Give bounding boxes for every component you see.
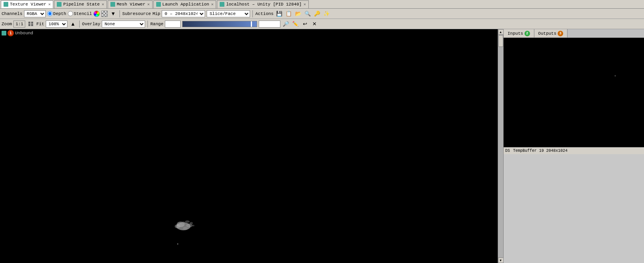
down-arrow-btn[interactable]: ▼ bbox=[109, 10, 117, 17]
tab-pipeline-state[interactable]: Pipeline State ✕ bbox=[54, 0, 106, 8]
undo-btn[interactable]: ↩ bbox=[301, 21, 309, 28]
star-btn[interactable]: ✨ bbox=[323, 10, 330, 17]
texture-viewport-wrapper: 1 Unbound • bbox=[0, 29, 503, 263]
texture-sprite bbox=[170, 215, 197, 239]
fit-label: Fit bbox=[36, 22, 44, 26]
slice-face-select[interactable]: Slice/Face bbox=[207, 10, 250, 17]
overlay-label: Overlay bbox=[82, 22, 100, 26]
mip-select[interactable]: 0 – 2048x1024 bbox=[162, 10, 205, 17]
tab-launch-application[interactable]: Launch Application ✕ bbox=[153, 0, 217, 8]
scrollbar-down-arrow[interactable]: ▼ bbox=[498, 257, 504, 263]
tab-pipeline-state-label: Pipeline State bbox=[63, 2, 99, 7]
separator3 bbox=[79, 21, 80, 28]
tab-launch-application-label: Launch Application bbox=[162, 2, 209, 7]
texture-view[interactable]: 1 Unbound • bbox=[0, 29, 498, 263]
texture-label-text: Unbound bbox=[15, 31, 33, 35]
tab-mesh-viewer-label: Mesh Viewer bbox=[117, 2, 146, 7]
search-btn[interactable]: 🔍 bbox=[304, 10, 312, 17]
sprite-dot: • bbox=[177, 242, 179, 246]
tab-texture-viewer-label: Texture Viewer bbox=[10, 2, 46, 7]
separator2 bbox=[252, 10, 253, 17]
subresource-label: Subresource bbox=[122, 11, 151, 16]
separator1 bbox=[119, 10, 120, 17]
tab-localhost-unity-icon bbox=[220, 2, 224, 7]
tab-mesh-viewer-close[interactable]: ✕ bbox=[147, 2, 150, 7]
stencil-radio-label[interactable]: Stencil bbox=[68, 11, 92, 16]
toolbar2: Zoom 1:1 Fit 108% 50% 100% 200% ▲ Overla… bbox=[0, 19, 644, 29]
tab-inputs[interactable]: Inputs 2 bbox=[504, 29, 534, 37]
tab-bar: Texture Viewer ✕ Pipeline State ✕ Mesh V… bbox=[0, 0, 644, 9]
depth-stencil-group: Depth Stencil bbox=[47, 11, 92, 16]
main-area: 1 Unbound • bbox=[0, 29, 644, 263]
tab-launch-application-close[interactable]: ✕ bbox=[211, 2, 213, 7]
step-badge-1: 1 bbox=[7, 30, 14, 36]
zoom-1to1-btn[interactable]: 1:1 bbox=[13, 21, 25, 28]
range-label: Range bbox=[150, 22, 163, 26]
tab-localhost-unity-close[interactable]: ✕ bbox=[304, 2, 306, 7]
right-gray-area bbox=[504, 154, 644, 263]
sprite-svg bbox=[170, 215, 197, 238]
tab-localhost-unity-label: localhost – Unity [PID 12840] bbox=[226, 2, 301, 7]
tab-texture-viewer-icon bbox=[4, 2, 8, 7]
range-slider[interactable] bbox=[182, 21, 257, 27]
tab-texture-viewer-close[interactable]: ✕ bbox=[48, 2, 50, 7]
stencil-radio[interactable] bbox=[68, 11, 73, 16]
outputs-label: Outputs bbox=[538, 31, 556, 36]
tab-outputs[interactable]: Outputs 3 bbox=[534, 29, 567, 37]
scrollbar-thumb[interactable] bbox=[498, 35, 503, 47]
separator4 bbox=[147, 21, 148, 28]
right-panel-tabs: Inputs 2 Outputs 3 bbox=[504, 29, 644, 38]
checker-btn[interactable] bbox=[101, 11, 108, 17]
tab-localhost-unity[interactable]: localhost – Unity [PID 12840] ✕ bbox=[217, 0, 308, 8]
save-btn[interactable]: 💾 bbox=[275, 10, 283, 17]
zoom-label: Zoom bbox=[2, 22, 12, 26]
tab-launch-application-icon bbox=[156, 2, 161, 7]
inputs-label: Inputs bbox=[508, 31, 523, 36]
svg-point-8 bbox=[185, 220, 190, 223]
tab-pipeline-state-close[interactable]: ✕ bbox=[102, 2, 104, 7]
outputs-badge: 3 bbox=[558, 31, 563, 36]
tab-mesh-viewer-icon bbox=[110, 2, 115, 7]
toolbar1: Channels RGBA R G B A Depth Stencil ▼ Su… bbox=[0, 9, 644, 19]
right-panel-content: ✦ bbox=[504, 38, 644, 147]
tab-pipeline-state-icon bbox=[57, 2, 62, 7]
scrollbar-track[interactable] bbox=[498, 35, 503, 257]
svg-point-3 bbox=[175, 224, 180, 228]
magnify-btn[interactable]: 🔎 bbox=[282, 21, 290, 28]
scrollbar-vertical[interactable]: ▲ ▼ bbox=[498, 29, 503, 263]
svg-point-6 bbox=[190, 222, 193, 224]
overlay-select[interactable]: None bbox=[102, 21, 145, 28]
tab-mesh-viewer[interactable]: Mesh Viewer ✕ bbox=[108, 0, 153, 8]
texture-label: 1 Unbound bbox=[2, 30, 33, 36]
close2-btn[interactable]: ✕ bbox=[310, 21, 318, 28]
channels-label: Channels bbox=[2, 11, 22, 16]
range-slider-thumb bbox=[251, 21, 252, 27]
zoom-up-btn[interactable]: ▲ bbox=[69, 21, 77, 28]
depth-radio-label[interactable]: Depth bbox=[47, 11, 66, 16]
range-start-input[interactable]: 0.00 bbox=[165, 21, 181, 28]
mip-label: Mip bbox=[153, 11, 161, 16]
scrollbar-up-arrow[interactable]: ▲ bbox=[498, 29, 504, 35]
zoom-percent-select[interactable]: 108% 50% 100% 200% bbox=[46, 21, 67, 28]
channels-select[interactable]: RGBA R G B A bbox=[24, 10, 46, 17]
svg-point-7 bbox=[192, 225, 194, 226]
right-panel: Inputs 2 Outputs 3 ✦ DS TempBuffer 19 20… bbox=[503, 29, 644, 263]
eyedropper-btn[interactable]: ✏️ bbox=[291, 21, 299, 28]
actions-label: Actions bbox=[255, 11, 273, 16]
footer-left: DS bbox=[505, 149, 510, 153]
depth-radio[interactable] bbox=[47, 11, 52, 16]
copy-btn[interactable]: 📋 bbox=[285, 10, 293, 17]
right-panel-footer: DS TempBuffer 19 2048x1024 bbox=[504, 147, 644, 154]
footer-right: TempBuffer 19 2048x1024 bbox=[513, 149, 567, 153]
key-btn[interactable]: 🔑 bbox=[313, 10, 321, 17]
svg-point-5 bbox=[181, 222, 185, 225]
open-btn[interactable]: 📂 bbox=[294, 10, 302, 17]
svg-point-4 bbox=[183, 227, 188, 230]
fit-btn[interactable] bbox=[27, 21, 35, 28]
right-panel-dot: ✦ bbox=[614, 73, 616, 78]
tab-texture-viewer[interactable]: Texture Viewer ✕ bbox=[1, 0, 53, 8]
texture-label-icon bbox=[2, 31, 6, 35]
color-wheel-btn[interactable] bbox=[93, 11, 100, 17]
inputs-badge: 2 bbox=[525, 31, 530, 36]
range-end-input[interactable]: 1.00 bbox=[259, 21, 280, 28]
